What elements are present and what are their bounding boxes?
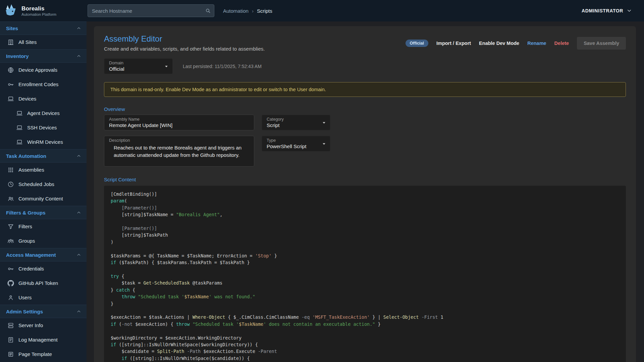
topbar: Borealis Automation Platform Automation›… <box>0 0 644 21</box>
breadcrumb: Automation›Scripts <box>223 8 272 14</box>
brand[interactable]: Borealis Automation Platform <box>0 3 87 18</box>
sidebar-item-server-info[interactable]: Server Info <box>0 318 87 333</box>
sidebar-section-admin-settings[interactable]: Admin Settings <box>0 305 87 318</box>
sidebar-item-label: Device Approvals <box>18 67 57 73</box>
code-line: if ($TaskPath) { $taskParams.TaskPath = … <box>111 259 619 266</box>
sidebar-section-sites[interactable]: Sites <box>0 21 87 35</box>
sidebar-item-page-template[interactable]: Page Template <box>0 347 87 361</box>
chevron-up-icon <box>76 153 82 159</box>
laptop-icon <box>16 110 23 117</box>
grid-icon <box>7 167 14 173</box>
code-line: if ([string]::IsNullOrWhiteSpace($candid… <box>111 355 619 362</box>
code-line <box>111 218 619 225</box>
rename-button[interactable]: Rename <box>527 41 546 46</box>
filter-icon <box>7 223 14 230</box>
code-line: } <box>111 300 619 307</box>
sidebar-section-label: Sites <box>6 25 18 31</box>
code-line <box>111 307 619 314</box>
sidebar-item-device-approvals[interactable]: Device Approvals <box>0 63 87 77</box>
github-icon <box>7 280 14 287</box>
sidebar-section-label: Task Automation <box>6 153 46 159</box>
overview-heading: Overview <box>104 106 626 112</box>
sidebar-item-label: SSH Devices <box>27 125 57 130</box>
sidebar-item-users[interactable]: Users <box>0 290 87 305</box>
save-assembly-button[interactable]: Save Assembly <box>577 37 626 50</box>
sidebar-item-label: Community Content <box>18 196 63 201</box>
sidebar-item-label: Devices <box>18 96 36 102</box>
code-line: try { <box>111 273 619 280</box>
laptop-icon <box>7 96 14 102</box>
breadcrumb-item-automation[interactable]: Automation <box>223 8 249 14</box>
type-value: PowerShell Script <box>267 143 317 149</box>
search-input[interactable] <box>88 4 214 17</box>
sidebar-item-community-content[interactable]: Community Content <box>0 191 87 206</box>
delete-button[interactable]: Delete <box>554 41 569 46</box>
domain-select-label: Domain <box>109 61 160 65</box>
brand-name: Borealis <box>21 5 56 12</box>
script-editor[interactable]: [CmdletBinding()]param( [Parameter()] [s… <box>104 186 626 362</box>
sidebar-section-label: Admin Settings <box>6 309 43 314</box>
user-menu[interactable]: ADMINISTRATOR <box>582 7 633 14</box>
sidebar-item-winrm-devices[interactable]: WinRM Devices <box>0 135 87 149</box>
code-line: if ([string]::IsNullOrWhiteSpace($workin… <box>111 341 619 348</box>
domain-select-value: Official <box>109 66 160 72</box>
sidebar-item-label: GitHub API Token <box>18 280 58 286</box>
sidebar-item-scheduled-jobs[interactable]: Scheduled Jobs <box>0 177 87 191</box>
domain-badge: Official <box>406 40 428 47</box>
breadcrumb-item-scripts[interactable]: Scripts <box>257 8 272 14</box>
sidebar-item-groups[interactable]: Groups <box>0 234 87 248</box>
code-line: ) <box>111 239 619 245</box>
server-icon <box>7 322 14 329</box>
sidebar: SitesAll SitesInventoryDevice ApprovalsE… <box>0 21 87 362</box>
category-select[interactable]: Category Script <box>262 115 330 130</box>
code-line: $execAction = $task.Actions | Where-Obje… <box>111 314 619 320</box>
code-line <box>111 327 619 334</box>
sidebar-section-inventory[interactable]: Inventory <box>0 49 87 63</box>
search-box <box>88 4 214 17</box>
sidebar-item-log-management[interactable]: Log Management <box>0 333 87 347</box>
search-icon <box>205 8 211 14</box>
sidebar-item-label: Scheduled Jobs <box>18 181 54 187</box>
type-select[interactable]: Type PowerShell Script <box>262 136 330 152</box>
sidebar-item-filters[interactable]: Filters <box>0 219 87 234</box>
domain-select[interactable]: Domain Official <box>104 58 173 74</box>
sidebar-section-label: Inventory <box>6 53 29 59</box>
code-line: $workingDirectory = $execAction.WorkingD… <box>111 335 619 341</box>
import-export-button[interactable]: Import / Export <box>436 41 471 46</box>
laptop-icon <box>16 139 23 145</box>
page-subtitle: Create and edit variables, scripts, and … <box>104 46 265 52</box>
code-line: } catch { <box>111 287 619 293</box>
sidebar-item-devices[interactable]: Devices <box>0 92 87 106</box>
chevron-up-icon <box>76 53 82 59</box>
sidebar-item-label: Page Template <box>18 351 52 357</box>
sidebar-item-assemblies[interactable]: Assemblies <box>0 163 87 177</box>
card-header: Assembly Editor Create and edit variable… <box>104 34 626 52</box>
code-line: if (-not $execAction) { throw "Scheduled… <box>111 321 619 327</box>
code-line: throw "Scheduled task '$TaskName' was no… <box>111 293 619 300</box>
chevron-up-icon <box>76 308 82 314</box>
code-line <box>111 245 619 252</box>
readonly-warning-banner: This domain is read-only. Enable Dev Mod… <box>104 82 626 97</box>
sidebar-section-filters-groups[interactable]: Filters & Groups <box>0 206 87 219</box>
description-field[interactable]: Description Reaches out to the remote Bo… <box>104 136 254 167</box>
sidebar-item-github-api-token[interactable]: GitHub API Token <box>0 276 87 290</box>
sidebar-item-credentials[interactable]: Credentials <box>0 261 87 276</box>
key-icon <box>7 265 14 272</box>
sidebar-section-task-automation[interactable]: Task Automation <box>0 149 87 163</box>
people-icon <box>7 195 14 202</box>
enable-dev-mode-button[interactable]: Enable Dev Mode <box>479 41 519 46</box>
sidebar-item-label: WinRM Devices <box>27 139 63 145</box>
title-block: Assembly Editor Create and edit variable… <box>104 34 265 52</box>
app-root: Borealis Automation Platform Automation›… <box>0 0 644 362</box>
chevron-up-icon <box>76 25 82 31</box>
sidebar-section-access-management[interactable]: Access Management <box>0 248 87 261</box>
main-content: Assembly Editor Create and edit variable… <box>87 21 644 362</box>
sidebar-item-label: Server Info <box>18 322 43 328</box>
sidebar-item-agent-devices[interactable]: Agent Devices <box>0 106 87 120</box>
borealis-logo-icon <box>3 3 18 18</box>
sidebar-item-enrollment-codes[interactable]: Enrollment Codes <box>0 77 87 92</box>
assembly-name-field[interactable]: Assembly Name Remote Agent Update [WIN] <box>104 115 254 130</box>
sidebar-item-all-sites[interactable]: All Sites <box>0 35 87 49</box>
sidebar-item-ssh-devices[interactable]: SSH Devices <box>0 120 87 135</box>
caret-down-icon <box>163 63 170 70</box>
